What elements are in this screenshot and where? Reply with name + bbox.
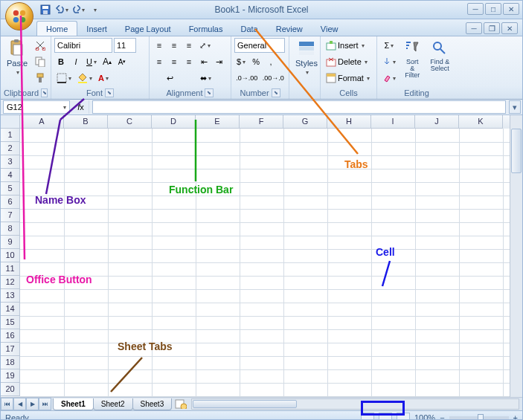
- row-header-8[interactable]: 8: [1, 222, 20, 236]
- align-right[interactable]: ≡: [182, 54, 196, 69]
- row-header-13[interactable]: 13: [1, 289, 20, 303]
- border-button[interactable]: ▾: [54, 71, 74, 85]
- zoom-out[interactable]: −: [440, 413, 444, 420]
- font-name-select[interactable]: [54, 38, 112, 53]
- tab-page-layout[interactable]: Page Layout: [116, 22, 180, 36]
- window-maximize[interactable]: □: [485, 3, 501, 15]
- copy-button[interactable]: [33, 54, 48, 69]
- hscroll-thumb[interactable]: [193, 400, 297, 408]
- fill-color-button[interactable]: ▾: [75, 71, 94, 85]
- qat-redo[interactable]: ▾: [71, 3, 86, 16]
- alignment-launcher[interactable]: ⬊: [205, 88, 214, 97]
- row-header-19[interactable]: 19: [1, 369, 20, 383]
- row-header-6[interactable]: 6: [1, 196, 20, 209]
- row-header-5[interactable]: 5: [1, 182, 20, 196]
- row-header-18[interactable]: 18: [1, 356, 20, 369]
- accounting-format[interactable]: $▾: [234, 54, 248, 69]
- vertical-scrollbar[interactable]: [510, 115, 522, 397]
- bold-button[interactable]: B: [54, 54, 68, 69]
- align-middle[interactable]: ≡: [167, 38, 181, 53]
- col-header-J[interactable]: J: [415, 115, 459, 129]
- sheet-nav-prev[interactable]: ◀: [13, 398, 26, 410]
- underline-button[interactable]: U▾: [84, 54, 99, 69]
- orientation[interactable]: ⤢▾: [197, 38, 213, 53]
- comma-format[interactable]: ,: [264, 54, 277, 69]
- sheet-nav-next[interactable]: ▶: [26, 398, 39, 410]
- sheet-nav-first[interactable]: ⏮: [1, 398, 13, 410]
- align-bottom[interactable]: ≡: [182, 38, 196, 53]
- col-header-C[interactable]: C: [108, 115, 152, 129]
- zoom-thumb[interactable]: [478, 414, 484, 420]
- tab-insert[interactable]: Insert: [77, 22, 116, 36]
- number-launcher[interactable]: ⬊: [272, 88, 280, 97]
- align-center[interactable]: ≡: [167, 54, 181, 69]
- wrap-text[interactable]: ↩: [153, 71, 187, 85]
- fill-button[interactable]: ▾: [380, 54, 398, 69]
- col-header-E[interactable]: E: [196, 115, 240, 129]
- row-header-17[interactable]: 17: [1, 343, 20, 356]
- select-all-corner[interactable]: [1, 115, 20, 129]
- qat-customize[interactable]: ▾: [87, 3, 102, 16]
- align-left[interactable]: ≡: [153, 54, 166, 69]
- row-header-15[interactable]: 15: [1, 316, 20, 329]
- sheet-nav-last[interactable]: ⏭: [39, 398, 51, 410]
- sort-filter-button[interactable]: Sort & Filter: [400, 38, 424, 80]
- row-header-1[interactable]: 1: [1, 129, 20, 142]
- row-header-20[interactable]: 20: [1, 383, 20, 396]
- styles-button[interactable]: Styles▾: [292, 38, 321, 77]
- shrink-font-button[interactable]: A▾: [115, 54, 129, 69]
- vscroll-thumb[interactable]: [511, 129, 522, 173]
- sheet-tab-sheet1[interactable]: Sheet1: [53, 398, 94, 410]
- row-header-2[interactable]: 2: [1, 142, 20, 155]
- increase-indent[interactable]: ⇥: [212, 54, 225, 69]
- horizontal-scrollbar[interactable]: [191, 398, 519, 410]
- fx-button[interactable]: fx: [73, 100, 89, 114]
- cells-delete[interactable]: Delete▾: [324, 54, 376, 69]
- decrease-decimal[interactable]: .00→.0: [261, 71, 286, 85]
- font-color-button[interactable]: A▾: [96, 71, 111, 85]
- font-launcher[interactable]: ⬊: [105, 88, 114, 97]
- row-header-4[interactable]: 4: [1, 169, 20, 182]
- row-header-7[interactable]: 7: [1, 209, 20, 222]
- col-header-H[interactable]: H: [327, 115, 371, 129]
- clear-button[interactable]: ▾: [380, 71, 398, 85]
- col-header-G[interactable]: G: [283, 115, 327, 129]
- expand-formula-bar[interactable]: ▾: [509, 100, 521, 114]
- col-header-D[interactable]: D: [152, 115, 196, 129]
- sheet-tab-sheet3[interactable]: Sheet3: [132, 398, 173, 410]
- row-header-9[interactable]: 9: [1, 236, 20, 249]
- cells-area[interactable]: [20, 129, 510, 397]
- align-top[interactable]: ≡: [153, 38, 166, 53]
- cut-button[interactable]: [33, 38, 48, 53]
- office-button[interactable]: [5, 2, 33, 30]
- window-minimize[interactable]: ─: [467, 3, 484, 15]
- row-header-10[interactable]: 10: [1, 249, 20, 262]
- autosum[interactable]: Σ▾: [380, 38, 398, 53]
- number-format-select[interactable]: [234, 38, 285, 53]
- row-header-16[interactable]: 16: [1, 329, 20, 343]
- col-header-K[interactable]: K: [459, 115, 503, 129]
- tab-view[interactable]: View: [312, 22, 347, 36]
- tab-formulas[interactable]: Formulas: [180, 22, 232, 36]
- cells-format[interactable]: Format▾: [324, 71, 376, 85]
- clipboard-launcher[interactable]: ⬊: [41, 88, 48, 97]
- qat-save[interactable]: [38, 3, 53, 16]
- col-header-F[interactable]: F: [240, 115, 283, 129]
- increase-decimal[interactable]: .0→.00: [234, 71, 260, 85]
- row-header-14[interactable]: 14: [1, 303, 20, 316]
- formula-input[interactable]: [92, 100, 506, 114]
- font-size-select[interactable]: [114, 38, 136, 53]
- col-header-I[interactable]: I: [371, 115, 415, 129]
- find-select-button[interactable]: Find & Select: [426, 38, 453, 74]
- workbook-minimize[interactable]: ─: [466, 22, 482, 34]
- merge-center[interactable]: ⬌▾: [188, 71, 222, 85]
- col-header-A[interactable]: A: [20, 115, 64, 129]
- format-painter-button[interactable]: [33, 71, 48, 85]
- sheet-tab-sheet2[interactable]: Sheet2: [93, 398, 133, 410]
- percent-format[interactable]: %: [249, 54, 263, 69]
- workbook-restore[interactable]: ❐: [484, 22, 500, 34]
- row-header-11[interactable]: 11: [1, 262, 20, 276]
- new-sheet-button[interactable]: [173, 398, 188, 410]
- name-box[interactable]: G12▾: [3, 100, 70, 114]
- row-header-3[interactable]: 3: [1, 155, 20, 169]
